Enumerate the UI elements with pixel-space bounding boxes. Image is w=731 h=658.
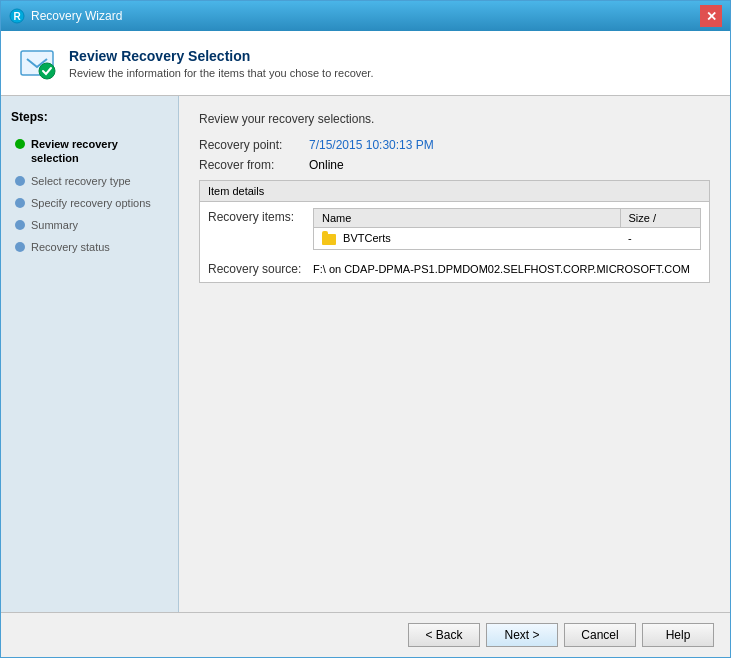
title-bar: R Recovery Wizard ✕ [1, 1, 730, 31]
items-table: Name Size / [314, 209, 700, 249]
content-intro: Review your recovery selections. [199, 112, 710, 126]
recovery-items-row: Recovery items: Name Size / [200, 202, 709, 256]
svg-text:R: R [13, 11, 21, 22]
header-subtitle: Review the information for the items tha… [69, 67, 373, 79]
item-size-cell: - [620, 228, 700, 249]
sidebar-label-recovery-options: Specify recovery options [31, 196, 151, 210]
sidebar-item-recovery-status[interactable]: Recovery status [11, 237, 168, 257]
recover-from-value: Online [309, 158, 344, 172]
title-bar-left: R Recovery Wizard [9, 8, 122, 24]
sidebar-item-recovery-options[interactable]: Specify recovery options [11, 193, 168, 213]
sidebar-label-summary: Summary [31, 218, 78, 232]
sidebar-title: Steps: [11, 110, 168, 124]
main-content: Steps: Review recovery selection Select … [1, 96, 730, 612]
sidebar-label-recovery-status: Recovery status [31, 240, 110, 254]
recover-from-label: Recover from: [199, 158, 309, 172]
recovery-point-row: Recovery point: 7/15/2015 10:30:13 PM [199, 138, 710, 152]
sidebar: Steps: Review recovery selection Select … [1, 96, 179, 612]
step-dot-summary [15, 220, 25, 230]
folder-icon [322, 234, 336, 245]
footer: < Back Next > Cancel Help [1, 612, 730, 657]
recovery-items-label: Recovery items: [208, 208, 313, 224]
sidebar-item-review[interactable]: Review recovery selection [11, 134, 168, 169]
step-dot-recovery-type [15, 176, 25, 186]
recovery-point-value: 7/15/2015 10:30:13 PM [309, 138, 434, 152]
sidebar-label-review: Review recovery selection [31, 137, 164, 166]
recovery-wizard-window: R Recovery Wizard ✕ Review Recovery Sele… [0, 0, 731, 658]
step-dot-recovery-options [15, 198, 25, 208]
content-area: Review your recovery selections. Recover… [179, 96, 730, 612]
items-table-container: Name Size / [313, 208, 701, 250]
sidebar-label-recovery-type: Select recovery type [31, 174, 131, 188]
item-details-header: Item details [200, 181, 709, 202]
next-button[interactable]: Next > [486, 623, 558, 647]
help-button[interactable]: Help [642, 623, 714, 647]
header-title: Review Recovery Selection [69, 48, 373, 64]
table-row: BVTCerts - [314, 228, 700, 249]
recover-from-row: Recover from: Online [199, 158, 710, 172]
recovery-point-label: Recovery point: [199, 138, 309, 152]
recovery-source-value: F:\ on CDAP-DPMA-PS1.DPMDOM02.SELFHOST.C… [313, 263, 690, 275]
sidebar-item-summary[interactable]: Summary [11, 215, 168, 235]
cancel-button[interactable]: Cancel [564, 623, 636, 647]
header-icon [17, 43, 57, 83]
item-name-cell: BVTCerts [314, 228, 620, 249]
col-name-header: Name [314, 209, 620, 228]
svg-point-3 [39, 63, 55, 79]
recovery-source-label: Recovery source: [208, 262, 313, 276]
header-section: Review Recovery Selection Review the inf… [1, 31, 730, 96]
step-dot-recovery-status [15, 242, 25, 252]
title-bar-icon: R [9, 8, 25, 24]
table-header-row: Name Size / [314, 209, 700, 228]
item-details-section: Item details Recovery items: Name [199, 180, 710, 283]
col-size-header: Size / [620, 209, 700, 228]
close-button[interactable]: ✕ [700, 5, 722, 27]
header-text: Review Recovery Selection Review the inf… [69, 48, 373, 79]
sidebar-item-recovery-type[interactable]: Select recovery type [11, 171, 168, 191]
recovery-source-row: Recovery source: F:\ on CDAP-DPMA-PS1.DP… [200, 256, 709, 282]
step-dot-review [15, 139, 25, 149]
back-button[interactable]: < Back [408, 623, 480, 647]
item-name: BVTCerts [343, 232, 391, 244]
title-bar-title: Recovery Wizard [31, 9, 122, 23]
